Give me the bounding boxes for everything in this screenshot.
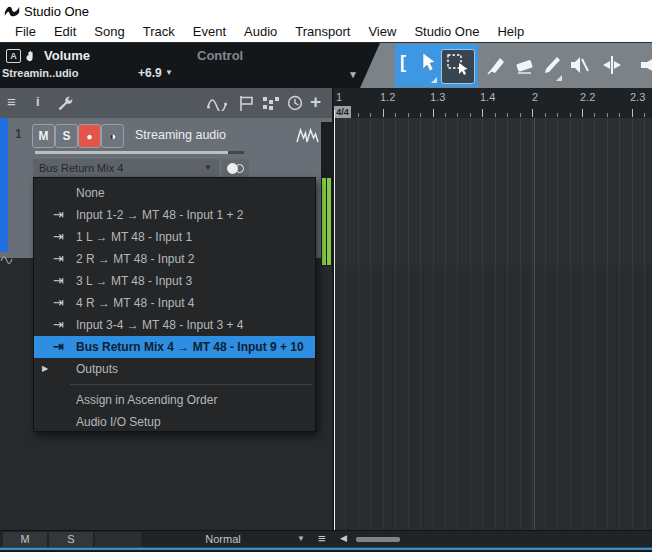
menu-item-1L[interactable]: ⇥ 1 L → MT 48 - Input 1 — [34, 226, 315, 248]
menu-item-none[interactable]: None — [34, 182, 315, 204]
input-route-icon: ⇥ — [53, 270, 64, 292]
horizontal-scrollbar[interactable] — [356, 537, 400, 542]
arrow-tool-icon[interactable] — [419, 52, 437, 74]
clock-icon[interactable] — [287, 95, 303, 111]
track-solo-button[interactable]: S — [55, 124, 78, 148]
listen-tool-icon[interactable] — [638, 54, 652, 76]
toolbar: A Volume Control Streamin..udio +6.9 ▼ ▼… — [0, 43, 652, 88]
track-volume-slider[interactable] — [35, 151, 228, 154]
split-tool-icon[interactable] — [486, 54, 508, 76]
track-name[interactable]: Streaming audio — [135, 128, 226, 142]
paint-tool-icon[interactable] — [541, 54, 563, 76]
menu-separator — [70, 384, 312, 385]
menu-transport[interactable]: Transport — [286, 22, 359, 42]
submenu-caret-icon: ▶ — [42, 358, 48, 380]
paint-tool-flyout-icon[interactable] — [556, 75, 562, 81]
timeline-ruler[interactable]: 1 1.2 1.3 1.4 2 2.2 2.3 — [334, 88, 652, 118]
menu-item-assign-ascending[interactable]: Assign in Ascending Order — [34, 389, 315, 411]
range-start-icon[interactable]: [ — [400, 52, 406, 73]
ruler-major-ticks — [334, 109, 652, 117]
menu-studio-one[interactable]: Studio One — [405, 22, 488, 42]
window-title: Studio One — [24, 4, 89, 19]
track-input-value: Bus Return Mix 4 — [39, 162, 123, 174]
arrange-empty-area[interactable] — [334, 265, 652, 530]
menu-track[interactable]: Track — [134, 22, 184, 42]
playhead-cursor[interactable] — [334, 110, 335, 530]
record-icon: ● — [86, 131, 92, 142]
arrow-tool-flyout-icon[interactable] — [431, 77, 437, 83]
grid-icon[interactable] — [262, 96, 279, 111]
control-dropdown-icon[interactable]: ▼ — [348, 69, 358, 80]
snap-mode-caret-icon[interactable]: ▼ — [297, 534, 305, 543]
menu-file[interactable]: File — [6, 22, 45, 42]
input-select-caret-icon: ▼ — [204, 159, 212, 177]
menu-item-bus-return-mix-4[interactable]: ⇥ Bus Return Mix 4 → MT 48 - Input 9 + 1… — [34, 336, 315, 358]
track-list-menu-icon[interactable]: ≡ — [7, 93, 16, 110]
input-route-icon: ⇥ — [53, 248, 64, 270]
ruler-tick-label: 1.3 — [430, 91, 445, 103]
title-bar: Studio One — [0, 0, 652, 22]
input-route-icon: ⇥ — [53, 226, 64, 248]
eraser-tool-icon[interactable] — [514, 54, 536, 76]
inspector-icon[interactable]: i — [36, 94, 40, 109]
mute-tool-icon[interactable] — [568, 54, 590, 76]
menu-view[interactable]: View — [359, 22, 405, 42]
menu-item-4R[interactable]: ⇥ 4 R → MT 48 - Input 4 — [34, 292, 315, 314]
menu-item-audio-io-setup[interactable]: Audio I/O Setup — [34, 411, 315, 433]
ruler-tick-label: 2.2 — [580, 91, 595, 103]
time-signature-badge[interactable]: 4/4 — [334, 106, 351, 118]
menu-help[interactable]: Help — [488, 22, 533, 42]
ruler-tick-label: 1 — [336, 91, 342, 103]
studio-one-window: Studio One File Edit Song Track Event Au… — [0, 0, 652, 552]
menu-item-input-1-2[interactable]: ⇥ Input 1-2 → MT 48 - Input 1 + 2 — [34, 204, 315, 226]
automation-icon[interactable] — [207, 96, 227, 111]
scroll-left-icon[interactable]: ◀ — [340, 533, 347, 543]
track-record-button[interactable]: ● — [78, 124, 101, 148]
app-logo-icon — [4, 4, 20, 18]
wrench-icon[interactable] — [56, 95, 73, 112]
control-label: Control — [197, 48, 243, 63]
flag-icon[interactable] — [238, 95, 254, 112]
menu-event[interactable]: Event — [184, 22, 235, 42]
bottom-menu-icon[interactable]: ≡ — [318, 531, 326, 546]
menu-item-input-3-4[interactable]: ⇥ Input 3-4 → MT 48 - Input 3 + 4 — [34, 314, 315, 336]
input-route-icon: ⇥ — [53, 204, 64, 226]
track-mute-button[interactable]: M — [32, 124, 55, 148]
param-value-caret-icon[interactable]: ▼ — [165, 68, 173, 77]
snap-mode-select[interactable]: Normal — [143, 532, 303, 547]
automation-expand-icon[interactable] — [0, 255, 13, 264]
bottom-empty-cell — [95, 532, 141, 547]
auto-mode-icon[interactable]: A — [6, 49, 21, 63]
menu-audio[interactable]: Audio — [235, 22, 286, 42]
param-value[interactable]: +6.9 — [138, 66, 162, 80]
menu-edit[interactable]: Edit — [45, 22, 85, 42]
bottom-solo-button[interactable]: S — [49, 532, 93, 547]
track-monitor-button[interactable]: ●◐ — [101, 124, 124, 148]
param-track-label: Streamin..udio — [2, 67, 78, 79]
stereo-mono-toggle[interactable] — [222, 159, 249, 177]
menu-item-outputs[interactable]: ▶ Outputs — [34, 358, 315, 380]
ruler-tick-label: 1.2 — [380, 91, 395, 103]
add-track-icon[interactable]: + — [310, 91, 321, 113]
track-color-strip[interactable] — [0, 118, 8, 252]
track-volume-slider-rest — [228, 151, 244, 154]
arrange-track-lane[interactable] — [334, 118, 652, 265]
menu-item-2R[interactable]: ⇥ 2 R → MT 48 - Input 2 — [34, 248, 315, 270]
track-level-meter — [321, 122, 332, 266]
selection-tools-group: [ — [395, 44, 478, 87]
waveform-icon — [296, 128, 319, 143]
bend-tool-icon[interactable] — [601, 54, 623, 76]
input-route-icon: ⇥ — [53, 292, 64, 314]
menu-bar: File Edit Song Track Event Audio Transpo… — [0, 22, 652, 42]
input-route-icon: ⇥ — [53, 336, 64, 358]
hand-tool-icon[interactable] — [23, 48, 39, 64]
menu-song[interactable]: Song — [85, 22, 133, 42]
input-route-icon: ⇥ — [53, 314, 64, 336]
input-routing-menu: None ⇥ Input 1-2 → MT 48 - Input 1 + 2 ⇥… — [33, 177, 316, 432]
track-input-select[interactable]: Bus Return Mix 4 ▼ — [33, 159, 219, 177]
automation-control-panel[interactable]: A Volume Control Streamin..udio +6.9 ▼ ▼ — [0, 43, 380, 88]
bottom-mute-button[interactable]: M — [3, 532, 47, 547]
ruler-tick-label: 2 — [532, 91, 538, 103]
menu-item-3L[interactable]: ⇥ 3 L → MT 48 - Input 3 — [34, 270, 315, 292]
range-tool-selected[interactable] — [441, 49, 475, 84]
